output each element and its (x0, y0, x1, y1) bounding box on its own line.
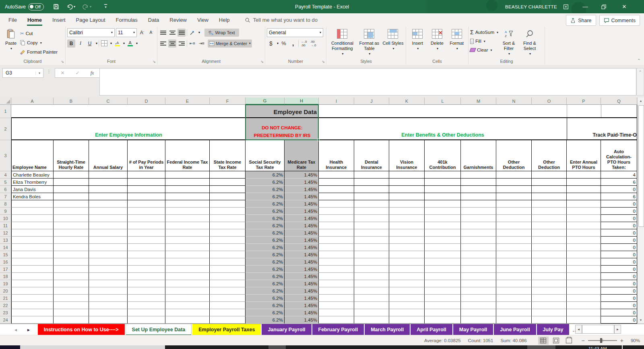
cell-Q11[interactable]: 0 (601, 222, 637, 229)
cell-C10[interactable] (89, 215, 128, 222)
column-header-E[interactable]: E (165, 98, 210, 105)
cell-F19[interactable] (210, 280, 246, 287)
scroll-up-arrow[interactable]: ▲ (638, 98, 644, 104)
cell-D24[interactable] (128, 316, 165, 324)
cell-G17[interactable]: 6.2% (246, 266, 285, 273)
cell-Q23[interactable]: 0 (601, 309, 637, 316)
formula-input[interactable] (99, 68, 636, 96)
row-header-6[interactable]: 6 (0, 186, 11, 193)
cell-D10[interactable] (128, 215, 165, 222)
cell-Q7[interactable]: 6 (601, 193, 637, 200)
cell-O3-header[interactable]: Other Deduction (532, 140, 567, 171)
cell-M3-header[interactable]: Garnishments (461, 140, 496, 171)
fill-color-dropdown-arrow[interactable]: ▾ (123, 42, 125, 45)
cell-N20[interactable] (496, 287, 532, 295)
zoom-level[interactable]: 90% (631, 338, 640, 343)
cell-L20[interactable] (425, 287, 461, 295)
cell-M22[interactable] (461, 302, 496, 309)
cell-D12[interactable] (128, 229, 165, 237)
cell-N9[interactable] (496, 208, 532, 215)
cell-G3-header[interactable]: Social Security Tax Rate (246, 140, 285, 171)
cell-C9[interactable] (89, 208, 128, 215)
column-header-D[interactable]: D (128, 98, 165, 105)
row-header-18[interactable]: 18 (0, 273, 11, 280)
cell-A5[interactable]: Eliza Thornberry (11, 179, 54, 186)
cell-F22[interactable] (210, 302, 246, 309)
cell-Q21[interactable]: 0 (601, 295, 637, 302)
number-dialog-launcher[interactable]: ⇘ (322, 60, 325, 64)
cell-O6[interactable] (532, 186, 567, 193)
cell-Q24[interactable]: 0 (601, 316, 637, 324)
format-painter-button[interactable]: Format Painter (20, 48, 58, 56)
cell-I2-enter-benefits[interactable]: Enter Benefits & Other Deductions (319, 118, 567, 140)
column-header-I[interactable]: I (319, 98, 354, 105)
cell-E21[interactable] (165, 295, 210, 302)
cell-O8[interactable] (532, 200, 567, 208)
delete-cells-button[interactable]: Delete▾ (427, 28, 447, 57)
cell-A2-enter-employee-information[interactable]: Enter Employee Information (11, 118, 246, 140)
cell-L6[interactable] (425, 186, 461, 193)
paste-dropdown-arrow[interactable]: ▾ (10, 46, 12, 51)
cell-L8[interactable] (425, 200, 461, 208)
accounting-format-button[interactable]: $ (267, 39, 275, 48)
format-as-table-button[interactable]: Format as Table▾ (357, 28, 382, 57)
cell-Q14[interactable]: 0 (601, 244, 637, 251)
cell-J4[interactable] (354, 171, 389, 179)
cell-I13[interactable] (319, 237, 354, 244)
cell-F17[interactable] (210, 266, 246, 273)
cell-Q17[interactable]: 0 (601, 266, 637, 273)
cell-L14[interactable] (425, 244, 461, 251)
cell-B3-header[interactable]: Straight-Time Hourly Rate (54, 140, 89, 171)
align-right-button[interactable] (178, 39, 186, 48)
cell-E3-header[interactable]: Federal Income Tax Rate (165, 140, 210, 171)
cell-O7[interactable] (532, 193, 567, 200)
row-header-4[interactable]: 4 (0, 171, 11, 179)
cell-G14[interactable]: 6.2% (246, 244, 285, 251)
cell-D21[interactable] (128, 295, 165, 302)
page-layout-view-button[interactable] (551, 337, 561, 345)
paste-button[interactable]: Paste ▾ (2, 28, 20, 57)
cell-A20[interactable] (11, 287, 54, 295)
ribbon-tab-home[interactable]: Home (22, 13, 47, 27)
cell-P8[interactable] (567, 200, 601, 208)
font-color-dropdown-arrow[interactable]: ▾ (136, 42, 138, 45)
cell-P21[interactable] (567, 295, 601, 302)
cell-E8[interactable] (165, 200, 210, 208)
increase-font-size-button[interactable]: Aˆ (138, 29, 146, 37)
row-header-14[interactable]: 14 (0, 244, 11, 251)
cell-C12[interactable] (89, 229, 128, 237)
cell-H6[interactable]: 1.45% (285, 186, 319, 193)
cell-E13[interactable] (165, 237, 210, 244)
cell-M7[interactable] (461, 193, 496, 200)
row-header-3[interactable]: 3 (0, 140, 11, 171)
cell-P4[interactable] (567, 171, 601, 179)
cell-H7[interactable]: 1.45% (285, 193, 319, 200)
cell-I22[interactable] (319, 302, 354, 309)
ribbon-tab-page-layout[interactable]: Page Layout (71, 13, 111, 27)
cell-Q9[interactable]: 0 (601, 208, 637, 215)
cell-D5[interactable] (128, 179, 165, 186)
cell-A22[interactable] (11, 302, 54, 309)
cell-I11[interactable] (319, 222, 354, 229)
align-left-button[interactable] (159, 39, 167, 48)
cell-D4[interactable] (128, 171, 165, 179)
cell-A17[interactable] (11, 266, 54, 273)
cell-P23[interactable] (567, 309, 601, 316)
increase-decimal-button[interactable]: ←.0.00 (300, 39, 308, 48)
cell-A3-header[interactable]: Employee Name (11, 140, 54, 171)
cell-F10[interactable] (210, 215, 246, 222)
cell-I4[interactable] (319, 171, 354, 179)
cell-P2-track-pto[interactable]: Track Paid-Time-O (567, 118, 637, 140)
cell-N13[interactable] (496, 237, 532, 244)
cell-H22[interactable]: 1.45% (285, 302, 319, 309)
cell-E5[interactable] (165, 179, 210, 186)
cell-E19[interactable] (165, 280, 210, 287)
cell-P19[interactable] (567, 280, 601, 287)
cell-H23[interactable]: 1.45% (285, 309, 319, 316)
cell-N16[interactable] (496, 258, 532, 266)
find-select-button[interactable]: Find & Select▾ (519, 28, 540, 57)
cell-D16[interactable] (128, 258, 165, 266)
cell-N6[interactable] (496, 186, 532, 193)
sheet-tab-january-payroll[interactable]: January Payroll (262, 324, 311, 335)
cell-L11[interactable] (425, 222, 461, 229)
